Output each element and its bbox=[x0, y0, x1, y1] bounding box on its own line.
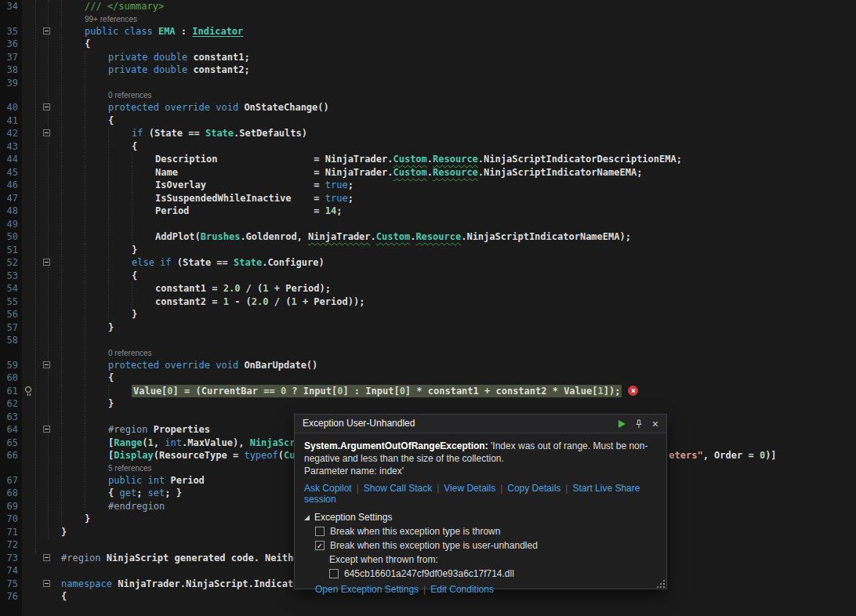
codelens-references[interactable]: 99+ references bbox=[85, 15, 137, 24]
codelens-row[interactable]: 0 references bbox=[0, 347, 856, 359]
codelens-row[interactable]: 0 references bbox=[0, 89, 856, 101]
code-line[interactable]: 55constant2 = 1 - (2.0 / (1 + Period)); bbox=[0, 295, 856, 309]
line-number: 48 bbox=[0, 205, 22, 218]
fold-collapse-icon[interactable] bbox=[43, 27, 50, 34]
code-line[interactable]: 51} bbox=[0, 244, 856, 257]
checkbox-checked[interactable]: ✓ bbox=[315, 541, 325, 550]
code-line[interactable]: 44Description = NinjaTrader.Custom.Resou… bbox=[0, 153, 856, 166]
code-line[interactable]: 62} bbox=[0, 397, 856, 411]
checkbox-row: ✓Break when this exception type is user-… bbox=[315, 540, 657, 551]
fold-collapse-icon[interactable] bbox=[43, 259, 50, 266]
error-icon[interactable]: × bbox=[628, 386, 638, 396]
continue-play-icon[interactable] bbox=[618, 420, 626, 428]
fold-collapse-icon[interactable] bbox=[43, 554, 50, 561]
fold-collapse-icon[interactable] bbox=[43, 426, 50, 433]
checkbox-row: 645cb16601a247cf9df0e93a6c17f714.dll bbox=[329, 568, 657, 579]
code-line[interactable]: 35public class EMA : Indicator bbox=[0, 25, 856, 38]
exception-settings-label: Exception Settings bbox=[314, 512, 392, 523]
code-line[interactable]: 59protected override void OnBarUpdate() bbox=[0, 359, 856, 372]
line-number: 51 bbox=[0, 244, 22, 257]
code-line[interactable]: 50AddPlot(Brushes.Goldenrod, NinjaTrader… bbox=[0, 230, 856, 244]
exception-footer-link[interactable]: Open Exception Settings bbox=[315, 584, 419, 595]
line-number: 53 bbox=[0, 270, 22, 283]
exception-action-link[interactable]: View Details bbox=[444, 483, 495, 494]
fold-margin bbox=[22, 51, 61, 64]
exception-settings-header[interactable]: Exception Settings bbox=[304, 512, 657, 523]
checkbox-label: Break when this exception type is thrown bbox=[330, 526, 500, 537]
fold-collapse-icon[interactable] bbox=[43, 103, 50, 111]
fold-margin bbox=[22, 270, 61, 283]
code-line[interactable]: 54constant1 = 2.0 / (1 + Period); bbox=[0, 282, 856, 295]
fold-margin bbox=[22, 140, 61, 154]
code-line[interactable]: 42if (State == State.SetDefaults) bbox=[0, 127, 856, 140]
separator: | bbox=[500, 483, 502, 494]
line-number: 34 bbox=[0, 0, 22, 13]
resize-grip[interactable] bbox=[656, 579, 665, 588]
line-number: 38 bbox=[0, 63, 22, 77]
line-number: 75 bbox=[0, 578, 22, 591]
fold-collapse-icon[interactable] bbox=[43, 361, 50, 368]
code-line[interactable]: 40protected override void OnStateChange(… bbox=[0, 101, 856, 114]
fold-margin bbox=[22, 526, 61, 539]
fold-margin bbox=[22, 590, 61, 603]
code-line[interactable]: 41{ bbox=[0, 114, 856, 128]
fold-margin bbox=[22, 552, 61, 565]
code-line[interactable]: 38private double constant2; bbox=[0, 63, 856, 77]
codelens-references[interactable]: 0 references bbox=[108, 91, 152, 100]
fold-margin bbox=[22, 13, 61, 25]
code-line[interactable]: 46IsOverlay = true; bbox=[0, 179, 856, 192]
line-number: 58 bbox=[0, 334, 22, 347]
line-number: 49 bbox=[0, 218, 22, 231]
code-line[interactable]: 34/// </summary> bbox=[0, 0, 856, 13]
fold-margin bbox=[22, 411, 61, 424]
fold-margin bbox=[22, 192, 61, 205]
lightbulb-icon[interactable] bbox=[25, 386, 31, 393]
popup-title-bar[interactable]: Exception User-Unhandled × bbox=[295, 415, 666, 433]
line-number: 43 bbox=[0, 140, 22, 154]
code-line[interactable]: 60{ bbox=[0, 371, 856, 385]
exception-action-link[interactable]: Copy Details bbox=[507, 483, 560, 494]
fold-margin bbox=[22, 487, 61, 500]
exception-action-link[interactable]: Show Call Stack bbox=[364, 483, 432, 494]
code-line[interactable]: 52else if (State == State.Configure) bbox=[0, 256, 856, 270]
code-line[interactable]: 48Period = 14; bbox=[0, 205, 856, 218]
fold-margin bbox=[22, 513, 61, 526]
code-line[interactable]: 58 bbox=[0, 334, 856, 347]
codelens-references[interactable]: 0 references bbox=[108, 349, 152, 357]
fold-margin bbox=[22, 449, 61, 462]
pin-icon[interactable] bbox=[634, 419, 644, 429]
line-number: 37 bbox=[0, 51, 22, 64]
code-line[interactable]: 61Value[0] = (CurrentBar == 0 ? Input[0]… bbox=[0, 385, 856, 398]
exception-footer-link[interactable]: Edit Conditions bbox=[430, 584, 494, 595]
line-number: 71 bbox=[0, 526, 22, 539]
expander-icon[interactable] bbox=[304, 515, 310, 520]
checkbox-unchecked[interactable] bbox=[315, 527, 325, 536]
exception-action-link[interactable]: Ask Copilot bbox=[304, 483, 352, 494]
fold-margin bbox=[22, 500, 61, 513]
code-line[interactable]: 36{ bbox=[0, 38, 856, 51]
codelens-row[interactable]: 99+ references bbox=[0, 13, 856, 25]
code-editor[interactable]: 34/// </summary>99+ references35public c… bbox=[0, 0, 856, 616]
code-line[interactable]: 43{ bbox=[0, 140, 856, 154]
codelens-references[interactable]: 5 references bbox=[108, 464, 152, 473]
close-icon[interactable]: × bbox=[652, 419, 658, 429]
code-line[interactable]: 39 bbox=[0, 77, 856, 90]
line-number: 57 bbox=[0, 321, 22, 335]
line-number: 59 bbox=[0, 359, 22, 372]
fold-collapse-icon[interactable] bbox=[43, 129, 50, 136]
line-number: 45 bbox=[0, 166, 22, 179]
fold-collapse-icon[interactable] bbox=[43, 580, 50, 587]
code-line[interactable]: 47IsSuspendedWhileInactive = true; bbox=[0, 192, 856, 205]
fold-margin bbox=[22, 385, 61, 398]
fold-margin bbox=[22, 205, 61, 218]
checkbox-unchecked[interactable] bbox=[329, 569, 339, 578]
code-line[interactable]: 57} bbox=[0, 321, 856, 335]
fold-margin bbox=[22, 256, 61, 270]
code-line[interactable]: 56} bbox=[0, 308, 856, 321]
line-number: 41 bbox=[0, 114, 22, 128]
code-line[interactable]: 53{ bbox=[0, 270, 856, 283]
code-line[interactable]: 37private double constant1; bbox=[0, 51, 856, 64]
separator: | bbox=[565, 483, 568, 494]
code-line[interactable]: 49 bbox=[0, 218, 856, 231]
code-line[interactable]: 45Name = NinjaTrader.Custom.Resource.Nin… bbox=[0, 166, 856, 179]
